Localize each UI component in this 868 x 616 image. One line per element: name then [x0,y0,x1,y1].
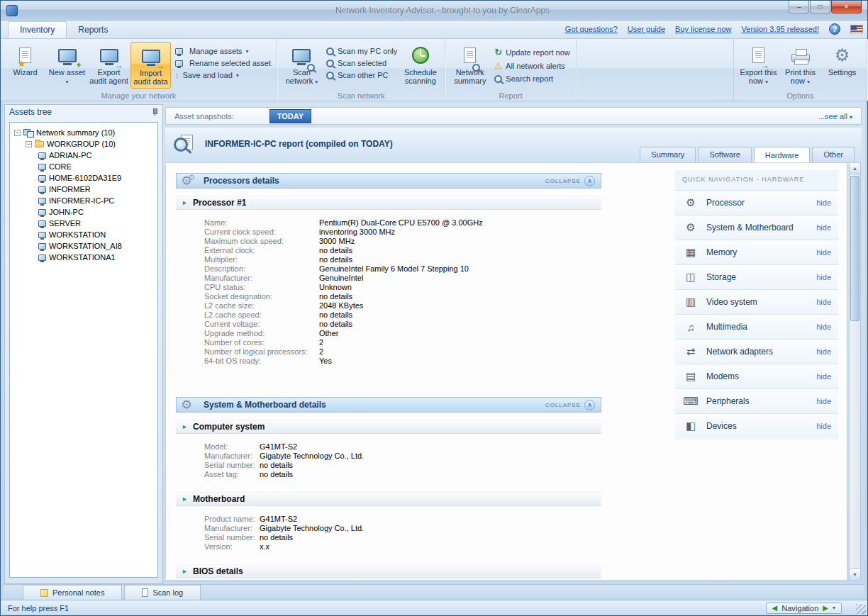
scan-selected-button[interactable]: Scan selected [326,59,397,67]
quick-nav-item[interactable]: ◫ Storage hide [675,264,838,289]
expander-icon[interactable]: − [26,141,32,147]
buy-license-link[interactable]: Buy license now [675,25,732,33]
detail-value: no details [319,310,352,320]
print-this-now-button[interactable]: Print this now ▾ [780,42,820,89]
tree-item-computer[interactable]: INFORMER-IC-PC [11,195,156,206]
wizard-button[interactable]: ★ Wizard [5,42,45,89]
quick-nav-item[interactable]: ⚙ Processor hide [675,190,838,215]
detail-value: no details [260,470,293,479]
network-summary-button[interactable]: Network summary [450,42,490,89]
tree-item-computer[interactable]: INFORMER [11,184,156,195]
tab-other[interactable]: Other [812,147,855,162]
report-scrollbar[interactable]: ▲ ▼ [849,162,861,581]
save-and-load-button[interactable]: ↕Save and load▾ [175,71,271,79]
tab-summary[interactable]: Summary [640,147,696,162]
quick-nav-item[interactable]: ◧ Devices hide [675,413,838,438]
tree-item-computer[interactable]: CORE [11,161,156,172]
hide-link[interactable]: hide [816,397,831,405]
detail-value: Gigabyte Technology Co., Ltd. [260,524,364,533]
refresh-icon: ↻ [494,47,502,57]
subsection-arrow-icon: ► [182,568,188,575]
see-all-link[interactable]: ...see all ▾ [818,112,852,121]
settings-button[interactable]: ⚙ Settings [822,42,862,89]
tree-item-computer[interactable]: JOHN-PC [11,206,156,218]
language-flag-icon[interactable] [850,25,863,33]
scan-other-pc-button[interactable]: Scan other PC [326,71,397,79]
maximize-button[interactable]: □ [810,1,830,13]
detail-label: L2 cache size: [204,301,319,310]
personal-notes-tab[interactable]: Personal notes [23,585,122,600]
hide-link[interactable]: hide [816,347,831,356]
export-this-now-label: Export this now [740,68,777,85]
hide-link[interactable]: hide [816,422,831,430]
hide-link[interactable]: hide [816,298,831,306]
tree-item-computer[interactable]: WORKSTATION [11,229,156,240]
tree-item-label: WORKGROUP (10) [47,140,116,148]
tree-item-network-summary[interactable]: − Network summary (10) [11,127,156,138]
ribbon-spacer [577,39,733,101]
quick-nav-item[interactable]: ▥ Video system hide [675,289,838,314]
pin-icon[interactable] [151,108,158,116]
magnifier-icon [326,72,334,79]
manage-assets-button[interactable]: Manage assets▾ [175,47,271,55]
schedule-scanning-button[interactable]: Schedule scanning [400,42,440,89]
tab-hardware[interactable]: Hardware [754,147,811,162]
scroll-up-button[interactable]: ▲ [850,163,860,174]
quick-nav-item[interactable]: ▦ Memory hide [675,240,838,264]
quick-nav-item[interactable]: ⌨ Peripherals hide [675,388,838,413]
rename-selected-asset-button[interactable]: Rename selected asset [175,59,271,67]
system-collapse-button[interactable]: collapse ∧ [545,400,595,410]
quick-nav-item[interactable]: ⇄ Network adapters hide [675,339,838,364]
detail-label: Manufacturer: [204,274,319,283]
user-guide-link[interactable]: User guide [628,25,665,33]
export-this-now-button[interactable]: → Export this now ▾ [738,42,779,89]
scan-log-tab[interactable]: Scan log [124,585,201,600]
network-summary-icon [464,44,476,67]
quick-nav-item-icon: ▥ [682,296,699,308]
ribbon-group-scan: Scan network ▾ Scan my PC only Scan sele… [277,39,445,101]
nav-dropdown-icon[interactable]: ▾ [833,605,835,611]
version-link[interactable]: Version 3.95 released! [742,25,819,33]
expander-icon[interactable]: − [14,130,21,136]
hide-link[interactable]: hide [816,372,831,381]
got-questions-link[interactable]: Got questions? [565,25,618,33]
tree-item-computer[interactable]: WORKSTATION_AI8 [11,240,156,252]
navigation-control[interactable]: ◀ Navigation ▶ ▾ [766,603,842,614]
all-network-alerts-button[interactable]: ⚠All network alerts [494,61,569,71]
help-icon[interactable]: ? [829,23,840,35]
hide-link[interactable]: hide [816,223,831,232]
today-snapshot-button[interactable]: TODAY [269,109,311,123]
hide-link[interactable]: hide [816,248,831,257]
nav-forward-icon[interactable]: ▶ [823,604,828,612]
hide-link[interactable]: hide [816,323,831,331]
processors-collapse-button[interactable]: collapse ∧ [545,176,595,186]
quick-nav-item[interactable]: ♫ Multimedia hide [675,314,838,339]
close-button[interactable]: × [831,1,862,13]
export-audit-agent-button[interactable]: → Export audit agent [89,42,129,89]
nav-back-icon[interactable]: ◀ [772,604,778,612]
tab-inventory[interactable]: Inventory [8,21,67,38]
quick-nav-item[interactable]: ⚙ System & Motherboard hide [675,215,838,240]
import-audit-data-button[interactable]: → Import audit data [130,42,171,89]
quick-nav-item[interactable]: ▤ Modems hide [675,364,838,388]
tree-item-computer[interactable]: ADRIAN-PC [11,150,156,161]
export-this-now-icon: → [752,44,764,67]
scroll-down-button[interactable]: ▼ [850,569,860,580]
tab-software[interactable]: Software [698,147,751,162]
tree-item-computer[interactable]: HOME-6102DA31E9 [11,172,156,184]
scan-network-button[interactable]: Scan network ▾ [282,42,322,89]
hide-link[interactable]: hide [816,198,831,207]
new-asset-button[interactable]: + New asset ▾ [47,42,87,89]
hide-link[interactable]: hide [816,273,831,281]
search-report-button[interactable]: Search report [494,74,569,83]
scrollbar-thumb[interactable] [850,176,859,321]
scan-my-pc-only-button[interactable]: Scan my PC only [326,47,397,55]
tree-item-computer[interactable]: SERVER [11,218,156,229]
tree-item-workgroup[interactable]: − WORKGROUP (10) [11,138,156,150]
resize-grip[interactable] [856,604,866,614]
update-report-now-button[interactable]: ↻Update report now [494,47,569,57]
minimize-button[interactable]: – [789,1,809,13]
tab-reports[interactable]: Reports [67,22,119,38]
scan-selected-label: Scan selected [338,59,386,67]
tree-item-computer[interactable]: WORKSTATIONA1 [11,252,156,263]
